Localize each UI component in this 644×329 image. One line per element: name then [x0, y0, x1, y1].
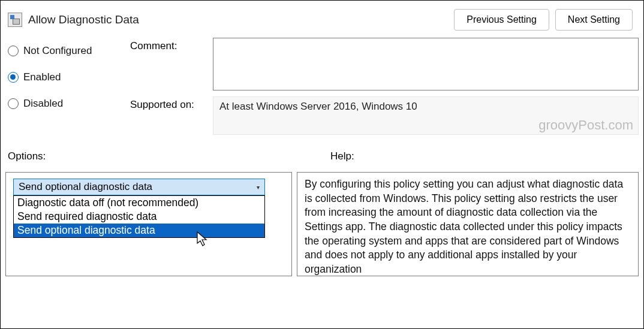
dropdown-selected[interactable]: Send optional diagnostic data ▾: [13, 179, 265, 195]
supported-on-text: At least Windows Server 2016, Windows 10: [219, 101, 417, 112]
radio-label: Enabled: [23, 71, 61, 83]
radio-label: Disabled: [23, 98, 63, 110]
watermark-text: groovyPost.com: [538, 117, 633, 133]
supported-on-label: Supported on:: [130, 96, 213, 111]
comment-textarea[interactable]: [213, 38, 639, 90]
next-setting-button[interactable]: Next Setting: [555, 9, 633, 31]
help-section-label: Help:: [330, 150, 354, 162]
help-panel: By configuring this policy setting you c…: [297, 172, 639, 276]
dropdown-option-off[interactable]: Diagnostic data off (not recommended): [14, 196, 264, 210]
supported-on-value: At least Windows Server 2016, Windows 10…: [213, 96, 639, 135]
radio-icon: [8, 46, 19, 56]
comment-label: Comment:: [130, 38, 213, 52]
dropdown-list: Diagnostic data off (not recommended) Se…: [13, 195, 265, 238]
dropdown-option-required[interactable]: Send required diagnostic data: [14, 210, 264, 224]
radio-icon: [8, 72, 19, 83]
diagnostic-level-dropdown[interactable]: Send optional diagnostic data ▾ Diagnost…: [13, 179, 265, 195]
radio-icon: [8, 98, 19, 109]
dropdown-option-optional[interactable]: Send optional diagnostic data: [14, 224, 264, 237]
radio-label: Not Configured: [23, 45, 92, 57]
options-section-label: Options:: [8, 150, 330, 162]
radio-disabled[interactable]: Disabled: [8, 98, 127, 110]
chevron-down-icon: ▾: [257, 184, 260, 191]
dropdown-selected-text: Send optional diagnostic data: [19, 181, 152, 193]
title-bar: Allow Diagnostic Data Previous Setting N…: [1, 1, 643, 35]
policy-icon: [8, 13, 22, 27]
radio-enabled[interactable]: Enabled: [8, 71, 127, 83]
radio-not-configured[interactable]: Not Configured: [8, 45, 127, 57]
nav-buttons: Previous Setting Next Setting: [454, 9, 633, 31]
state-radio-group: Not Configured Enabled Disabled: [8, 38, 127, 141]
window-title: Allow Diagnostic Data: [28, 13, 139, 26]
help-text: By configuring this policy setting you c…: [305, 178, 623, 275]
previous-setting-button[interactable]: Previous Setting: [454, 9, 549, 31]
options-panel: Send optional diagnostic data ▾ Diagnost…: [5, 172, 292, 276]
